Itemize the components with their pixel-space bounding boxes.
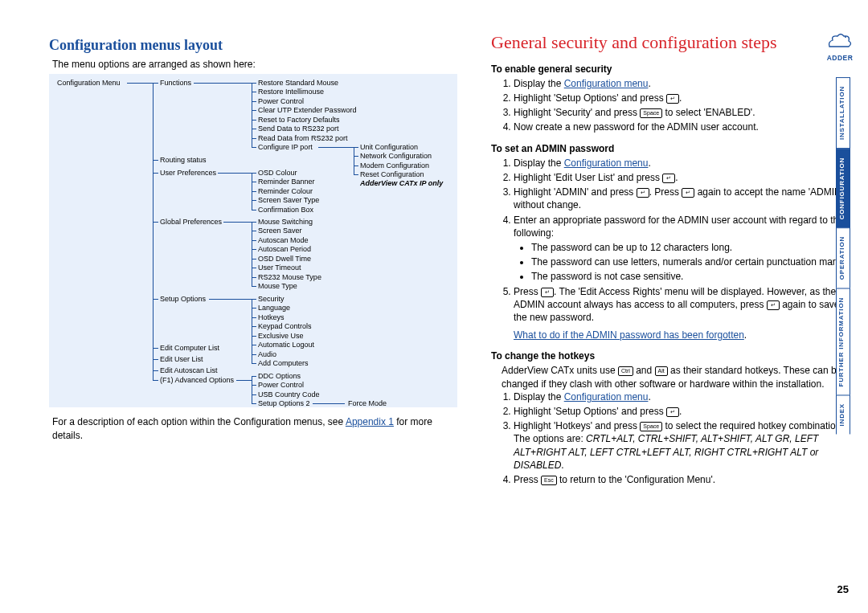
config-menu-link-2[interactable]: Configuration menu [564, 157, 649, 169]
dg-ip-2: Modem Configuration [360, 161, 429, 170]
dg-so-3: Keypad Controls [258, 322, 312, 331]
dg-c2-2: User Preferences [160, 169, 216, 178]
dg-func-6: Read Data from RS232 port [258, 134, 348, 143]
dg-up-3: Screen Saver Type [258, 196, 319, 205]
tab-index[interactable]: INDEX [836, 394, 850, 434]
dg-up-4: Confirmation Box [258, 206, 313, 215]
sec2-head: To set an ADMIN password [491, 142, 852, 155]
sec3-intro: AdderView CATx units use Ctrl and Alt as… [502, 364, 852, 390]
dg-ip-3: Reset Configuration [360, 170, 424, 179]
left-heading: Configuration menus layout [49, 35, 459, 55]
dg-func-0: Restore Standard Mouse [258, 79, 338, 88]
sec1-head: To enable general security [491, 63, 852, 76]
sec1-list: Display the Configuration menu. Highligh… [491, 77, 852, 134]
ctrl-key-icon: Ctrl [618, 366, 633, 376]
dg-gp-5: User Timeout [258, 264, 301, 272]
dg-up-0: OSD Colour [258, 169, 297, 178]
dg-c2-3: Global Preferences [160, 218, 222, 227]
sec2-list: Display the Configuration menu. Highligh… [491, 157, 852, 324]
tab-installation[interactable]: INSTALLATION [836, 77, 850, 149]
dg-func-3: Clear UTP Extender Password [258, 106, 356, 115]
sec3-list: Display the Configuration menu. Highligh… [491, 390, 852, 486]
enter-key-icon: ↵ [666, 407, 679, 417]
dg-func-7: Configure IP port [258, 143, 313, 152]
dg-up-1: Reminder Banner [258, 178, 315, 186]
tab-further-info[interactable]: FURTHER INFORMATION [836, 288, 850, 395]
dg-gp-3: Autoscan Period [258, 245, 311, 254]
space-key-icon: Space [640, 108, 662, 118]
dg-gp-0: Mouse Switching [258, 218, 313, 227]
dg-c2-5: Edit Computer List [160, 344, 219, 353]
dg-gp-2: Autoscan Mode [258, 236, 309, 245]
dg-ip-1: Network Configuration [360, 152, 432, 161]
forgot-password-link[interactable]: What to do if the ADMIN password has bee… [514, 329, 744, 341]
side-tabs: INSTALLATION CONFIGURATION OPERATION FUR… [836, 77, 850, 435]
dg-ao-3: Setup Options 2 [258, 399, 310, 408]
config-menu-link-3[interactable]: Configuration menu [564, 391, 649, 403]
tab-operation[interactable]: OPERATION [836, 227, 850, 288]
dg-ao-2: USB Country Code [258, 390, 320, 399]
dg-func-5: Send Data to RS232 port [258, 125, 339, 133]
enter-key-icon: ↵ [682, 188, 694, 198]
enter-key-icon: ↵ [666, 94, 679, 104]
dg-so-1: Language [258, 304, 290, 313]
dg-func-4: Reset to Factory Defaults [258, 116, 340, 125]
dg-gp-7: Mouse Type [258, 282, 297, 291]
dg-gp-1: Screen Saver [258, 227, 302, 235]
dg-so-5: Automatic Logout [258, 341, 314, 349]
dg-up-2: Reminder Colour [258, 187, 313, 196]
dg-c2-6: Edit User List [160, 355, 203, 364]
dg-c2-7: Edit Autoscan List [160, 366, 218, 375]
tab-configuration[interactable]: CONFIGURATION [836, 149, 850, 227]
appendix-link[interactable]: Appendix 1 [346, 416, 394, 427]
esc-key-icon: Esc [541, 476, 557, 485]
dg-c2-1: Routing status [160, 156, 207, 165]
dg-func-1: Restore Intellimouse [258, 88, 324, 96]
page-number: 25 [837, 582, 849, 597]
enter-key-icon: ↵ [662, 174, 675, 183]
dg-ip-note: AdderView CATx IP only [360, 179, 443, 188]
dg-so-4: Exclusive Use [258, 332, 304, 341]
space-key-icon: Space [640, 422, 662, 431]
after-diagram-text: For a description of each option within … [52, 415, 459, 441]
config-menu-link-1[interactable]: Configuration menu [564, 78, 649, 89]
sec3-head: To change the hotkeys [491, 349, 852, 362]
menu-diagram: Configuration Menu Functions Restore Sta… [49, 74, 457, 407]
dg-gp-4: OSD Dwell Time [258, 255, 311, 264]
left-intro: The menu options are arranged as shown h… [52, 58, 459, 71]
dg-so-7: Add Computers [258, 359, 309, 368]
dg-c2-4: Setup Options [160, 295, 206, 304]
dg-ao-1: Power Control [258, 381, 304, 390]
dg-func-2: Power Control [258, 97, 304, 106]
enter-key-icon: ↵ [637, 188, 649, 198]
adder-logo: ADDER [826, 31, 854, 63]
dg-so-0: Security [258, 295, 285, 304]
dg-ip-0: Unit Configuration [360, 143, 418, 152]
dg-ao-sub: Force Mode [348, 399, 387, 408]
alt-key-icon: Alt [655, 366, 668, 376]
dg-c2-8: (F1) Advanced Options [160, 376, 234, 385]
right-heading: General security and configuration steps [491, 31, 852, 55]
enter-key-icon: ↵ [767, 300, 780, 310]
dg-so-2: Hotkeys [258, 313, 285, 322]
dg-ao-0: DDC Options [258, 372, 301, 381]
dg-root: Configuration Menu [57, 79, 121, 88]
svg-point-0 [845, 36, 846, 38]
enter-key-icon: ↵ [541, 288, 554, 297]
dg-c2-0: Functions [160, 79, 191, 88]
dg-gp-6: RS232 Mouse Type [258, 273, 321, 282]
dg-so-6: Audio [258, 350, 276, 359]
